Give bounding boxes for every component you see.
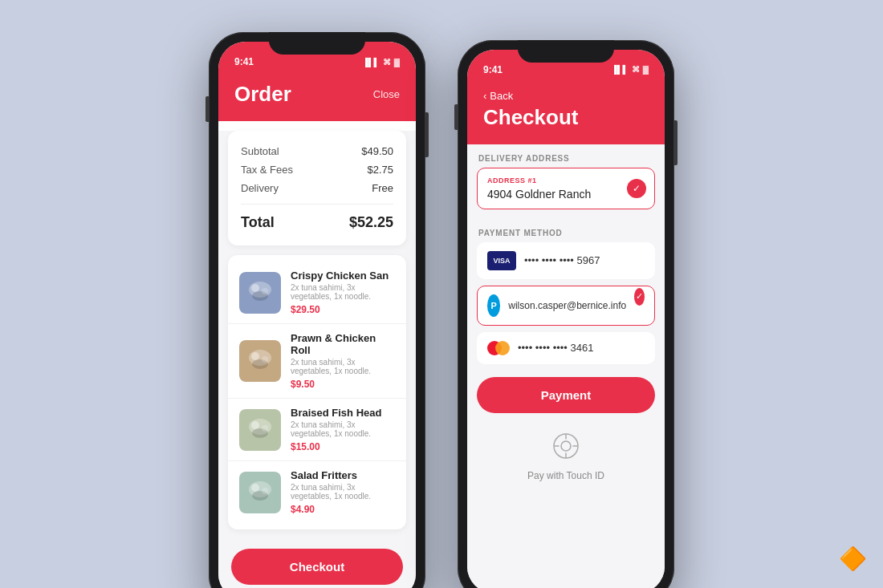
signal-icon-2: ▐▌▌ (611, 65, 628, 74)
status-icons-1: ▐▌▌ ⌘ ▓ (362, 58, 400, 67)
item-image (239, 472, 281, 513)
item-image (239, 409, 281, 451)
item-info: Prawn & Chicken Roll 2x tuna sahimi, 3x … (291, 332, 395, 390)
svg-point-4 (262, 288, 268, 294)
checkout-screen-content: DELIVERY ADDRESS ADDRESS #1 4904 Goldner… (467, 144, 665, 589)
total-value: $52.25 (349, 214, 393, 231)
payment-button[interactable]: Payment (477, 377, 655, 413)
touch-id-icon (552, 432, 580, 465)
battery-icon-2: ▓ (643, 65, 649, 74)
tax-value: $2.75 (367, 164, 393, 176)
payment-option-mastercard[interactable]: •••• •••• •••• 3461 (477, 332, 655, 364)
chevron-left-icon: ‹ (483, 90, 486, 102)
delivery-section-label: DELIVERY ADDRESS (467, 144, 665, 168)
battery-icon: ▓ (394, 58, 400, 67)
order-items-list: Crispy Chicken San 2x tuna sahimi, 3x ve… (228, 255, 406, 529)
svg-point-18 (251, 484, 259, 492)
touch-id-label: Pay with Touch ID (527, 470, 604, 481)
total-label: Total (241, 214, 275, 231)
address-tag: ADDRESS #1 (487, 176, 645, 185)
address-card[interactable]: ADDRESS #1 4904 Goldner Ranch ✓ (477, 168, 655, 209)
item-price: $15.00 (291, 441, 395, 452)
item-name: Prawn & Chicken Roll (291, 332, 395, 356)
svg-point-19 (262, 488, 268, 494)
subtotal-label: Subtotal (241, 145, 279, 157)
item-name: Crispy Chicken San (291, 270, 395, 282)
item-desc: 2x tuna sahimi, 3x vegetables, 1x noodle… (291, 483, 395, 501)
payment-option-visa[interactable]: VISA •••• •••• •••• 5967 (477, 242, 655, 279)
order-screen-content: Subtotal $49.50 Tax & Fees $2.75 Deliver… (218, 131, 416, 588)
order-item: Salad Fritters 2x tuna sahimi, 3x vegeta… (228, 461, 406, 523)
payment-section-label: PAYMENT METHOD (467, 219, 665, 242)
item-name: Braised Fish Head (291, 407, 395, 419)
wifi-icon-2: ⌘ (632, 65, 640, 74)
status-time-1: 9:41 (234, 56, 254, 67)
item-name: Salad Fritters (291, 469, 395, 481)
svg-point-13 (251, 421, 259, 429)
item-price: $4.90 (291, 504, 395, 515)
subtotal-row: Subtotal $49.50 (241, 142, 393, 160)
phone-checkout: 9:41 ▐▌▌ ⌘ ▓ ‹ Back Checkout DELIVERY AD… (458, 40, 674, 589)
item-info: Crispy Chicken San 2x tuna sahimi, 3x ve… (291, 270, 395, 315)
payment-button-area: Payment (467, 364, 665, 420)
delivery-label: Delivery (241, 182, 279, 194)
subtotal-value: $49.50 (361, 145, 393, 157)
order-header: Order Close (218, 77, 416, 121)
checkout-area: Checkout (218, 539, 416, 588)
close-button[interactable]: Close (373, 88, 400, 100)
tax-row: Tax & Fees $2.75 (241, 160, 393, 179)
order-summary-card: Subtotal $49.50 Tax & Fees $2.75 Deliver… (228, 131, 406, 245)
item-desc: 2x tuna sahimi, 3x vegetables, 1x noodle… (291, 283, 395, 301)
mastercard-icon (487, 341, 510, 355)
order-item: Braised Fish Head 2x tuna sahimi, 3x veg… (228, 399, 406, 461)
checkout-title: Checkout (483, 105, 578, 129)
address-text: 4904 Goldner Ranch (487, 188, 645, 201)
checkout-header: ‹ Back Checkout (467, 85, 665, 144)
payment-options-list: VISA •••• •••• •••• 5967 P wilson.casper… (467, 242, 665, 364)
item-image (239, 272, 281, 314)
status-icons-2: ▐▌▌ ⌘ ▓ (611, 65, 649, 74)
sketch-badge: 🔶 (839, 545, 867, 572)
wifi-icon: ⌘ (383, 58, 391, 67)
order-title: Order (234, 82, 291, 107)
signal-icon: ▐▌▌ (362, 58, 379, 67)
touch-id-area[interactable]: Pay with Touch ID (467, 420, 665, 494)
mastercard-number: •••• •••• •••• 3461 (518, 342, 593, 354)
svg-point-9 (262, 356, 268, 363)
tax-label: Tax & Fees (241, 164, 293, 176)
order-item: Crispy Chicken San 2x tuna sahimi, 3x ve… (228, 262, 406, 324)
visa-icon: VISA (487, 251, 516, 270)
svg-point-14 (262, 425, 268, 432)
phone-order: 9:41 ▐▌▌ ⌘ ▓ Order Close Subtotal $49.50 (209, 32, 425, 588)
notch (269, 32, 365, 55)
paypal-check-icon: ✓ (634, 288, 645, 306)
item-price: $29.50 (291, 304, 395, 315)
item-image (239, 340, 281, 382)
item-info: Salad Fritters 2x tuna sahimi, 3x vegeta… (291, 469, 395, 515)
visa-number: •••• •••• •••• 5967 (524, 254, 600, 266)
item-desc: 2x tuna sahimi, 3x vegetables, 1x noodle… (291, 420, 395, 438)
svg-point-21 (561, 441, 571, 451)
item-info: Braised Fish Head 2x tuna sahimi, 3x veg… (291, 407, 395, 452)
payment-option-paypal[interactable]: P wilson.casper@bernice.info ✓ (477, 286, 655, 326)
delivery-value: Free (372, 182, 393, 194)
paypal-icon: P (487, 294, 500, 317)
address-check-icon: ✓ (627, 179, 646, 198)
svg-point-8 (251, 352, 259, 360)
checkout-button[interactable]: Checkout (231, 549, 403, 585)
total-row: Total $52.25 (241, 211, 393, 234)
delivery-row: Delivery Free (241, 179, 393, 197)
svg-point-3 (251, 284, 259, 292)
item-price: $9.50 (291, 379, 395, 390)
notch-2 (518, 40, 614, 63)
back-button[interactable]: ‹ Back (483, 90, 513, 102)
order-item: Prawn & Chicken Roll 2x tuna sahimi, 3x … (228, 324, 406, 399)
paypal-email: wilson.casper@bernice.info (508, 300, 626, 311)
item-desc: 2x tuna sahimi, 3x vegetables, 1x noodle… (291, 358, 395, 375)
status-time-2: 9:41 (483, 64, 503, 75)
